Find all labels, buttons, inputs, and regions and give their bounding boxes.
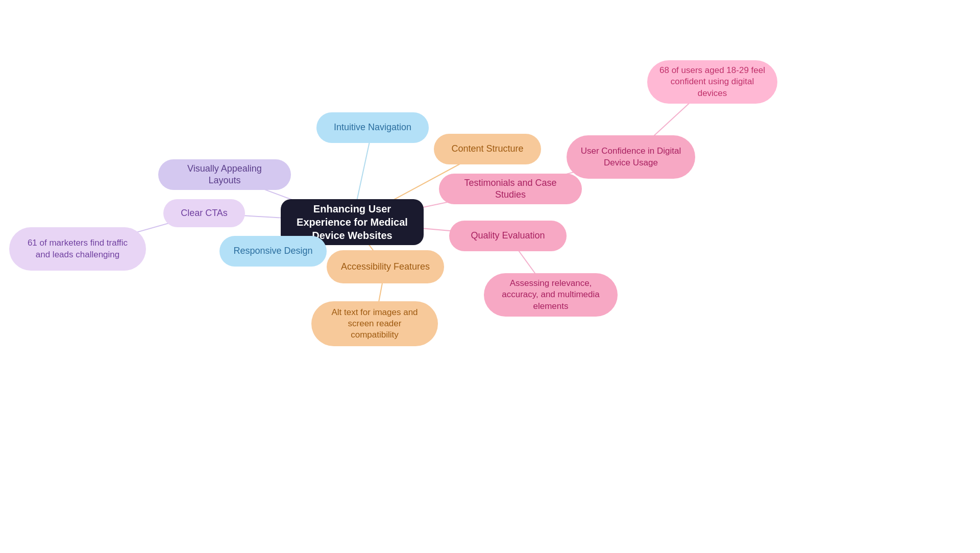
node-label: Testimonials and Case Studies — [451, 177, 570, 201]
node-visually-appealing: Visually Appealing Layouts — [158, 159, 291, 190]
node-user-confidence: User Confidence in Digital Device Usage — [567, 135, 695, 179]
node-responsive-design: Responsive Design — [219, 236, 327, 267]
node-label: Content Structure — [451, 143, 523, 155]
node-traffic-leads: 61 of marketers find traffic and leads c… — [9, 227, 146, 271]
node-label: Clear CTAs — [181, 207, 228, 219]
node-label: 61 of marketers find traffic and leads c… — [21, 237, 134, 260]
node-accessibility: Accessibility Features — [327, 250, 444, 283]
node-label: Assessing relevance, accuracy, and multi… — [496, 278, 605, 311]
node-alt-text: Alt text for images and screen reader co… — [311, 301, 438, 346]
node-label: 68 of users aged 18-29 feel confident us… — [659, 65, 765, 99]
node-testimonials: Testimonials and Case Studies — [439, 174, 582, 204]
node-clear-ctas: Clear CTAs — [163, 199, 245, 227]
node-label: Accessibility Features — [341, 261, 430, 273]
node-label: Responsive Design — [233, 245, 312, 257]
node-label: Alt text for images and screen reader co… — [324, 307, 426, 341]
node-label: Visually Appealing Layouts — [170, 163, 279, 187]
node-confidence-stat: 68 of users aged 18-29 feel confident us… — [647, 60, 777, 104]
node-label: User Confidence in Digital Device Usage — [579, 146, 683, 168]
node-content-structure: Content Structure — [434, 134, 541, 164]
node-quality-eval: Quality Evaluation — [449, 221, 567, 251]
node-label: Intuitive Navigation — [334, 122, 411, 133]
node-label: Quality Evaluation — [471, 230, 545, 242]
node-intuitive-nav: Intuitive Navigation — [316, 112, 429, 143]
node-assessing-relevance: Assessing relevance, accuracy, and multi… — [484, 273, 618, 317]
